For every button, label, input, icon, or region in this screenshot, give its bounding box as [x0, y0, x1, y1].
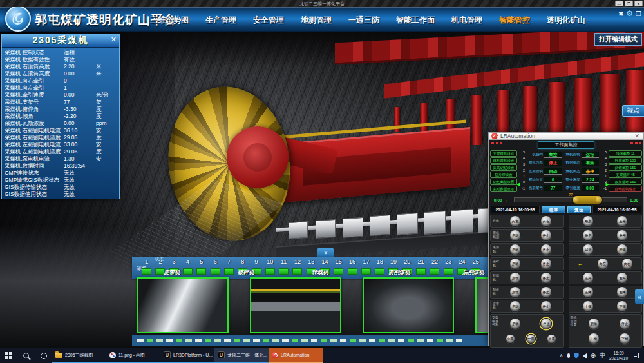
right-collapse-tab[interactable]: «	[635, 289, 644, 304]
round-button-停止[interactable]: 停止	[540, 230, 552, 241]
slider-track[interactable]: 77	[514, 197, 628, 202]
lr-preset-right-0[interactable]: 顶滚截割 11	[609, 150, 642, 157]
round-button-停止[interactable]: 停止	[540, 258, 552, 270]
round-button-启动[interactable]: 启动	[509, 286, 521, 298]
nav-item-8[interactable]: 透明化矿山	[547, 15, 585, 26]
round-button-启动[interactable]: 启动	[509, 318, 521, 329]
taskbar-item-1[interactable]: 11.png - 画图	[106, 348, 160, 363]
lr-close-icon[interactable]: ✕	[633, 133, 641, 139]
lr-preset-right-5[interactable]: 自动控制停止	[609, 186, 642, 192]
edit-mode-button[interactable]: 打开编辑模式	[594, 33, 642, 46]
settings-gear-icon[interactable]: ⚙	[626, 9, 633, 18]
round-button-停止[interactable]: 停止	[540, 244, 552, 255]
nav-item-0[interactable]: 三维态势图	[150, 15, 189, 26]
tick-mark	[205, 339, 211, 342]
round-button-向左[interactable]: 向左	[509, 215, 521, 227]
round-button-停止[interactable]: 停止	[540, 300, 552, 312]
round-button-中流[interactable]: 中流	[526, 334, 536, 344]
nav-item-3[interactable]: 地测管理	[301, 15, 332, 26]
microphone-icon[interactable]	[567, 353, 570, 358]
network-globe-icon[interactable]: ⊕	[591, 353, 596, 359]
row-value: 无效	[64, 184, 96, 191]
strip-collapse-tab[interactable]: «	[317, 248, 334, 257]
window-close-button[interactable]: ✕	[634, 1, 643, 6]
round-button-下摆[interactable]: 下摆	[616, 300, 628, 312]
round-button-上摆[interactable]: 上摆	[582, 300, 594, 312]
speaker-icon[interactable]	[583, 353, 587, 358]
taskbar-item-2[interactable]: ULR3DPlatform - U...	[160, 348, 214, 363]
hidden-icons-chevron-icon[interactable]: ∧	[560, 353, 564, 358]
round-button-右降[interactable]: 右降	[616, 286, 628, 298]
lr-preset-left-3[interactable]: 防片帮设置	[490, 172, 517, 178]
viewpoint-tab[interactable]: 视点	[622, 105, 644, 117]
round-button-启动[interactable]: 启动	[509, 230, 521, 241]
taskbar-item-4[interactable]: LRAutomation	[269, 348, 323, 363]
round-button-停止[interactable]: 停止	[540, 318, 552, 329]
lr-preset-left-5[interactable]: 实时数据显示	[490, 186, 517, 192]
search-button[interactable]	[17, 348, 35, 363]
estop-button[interactable]: 急停	[542, 206, 565, 213]
round-button-左降[interactable]: 左降	[582, 286, 594, 298]
nav-item-4[interactable]: 一通三防	[348, 15, 379, 26]
taskbar-item-3[interactable]: U龙软二三维一体化...	[214, 348, 269, 363]
round-button-下移[interactable]: 下移	[619, 333, 630, 344]
reset-button[interactable]: 复位	[567, 206, 591, 213]
fit-window-icon[interactable]: ❐	[636, 10, 641, 17]
lr-preset-right-2[interactable]: 斜切截割 151	[609, 164, 642, 171]
wrench-icon[interactable]: ✖	[618, 10, 623, 17]
notification-center-icon[interactable]	[632, 353, 639, 358]
round-button-闭锁[interactable]: 闭锁	[616, 244, 628, 255]
lr-preset-left-1[interactable]: 煤机跟机设置	[490, 157, 517, 164]
row-value: 0	[64, 77, 96, 84]
round-button-上移[interactable]: 上移	[588, 333, 600, 344]
round-button-右升[interactable]: 右升	[616, 272, 628, 284]
round-button-停止[interactable]: 停止	[540, 272, 552, 284]
round-button-停止[interactable]: 停止	[540, 286, 552, 298]
lr-preset-left-2[interactable]: 采高记忆设置	[490, 164, 517, 171]
machine-panel-close-icon[interactable]: ✕	[111, 36, 117, 43]
round-button-向右[interactable]: 向右	[540, 215, 552, 227]
round-button-向右[interactable]: 向右	[621, 258, 633, 270]
nav-item-5[interactable]: 智能工作面	[396, 15, 435, 26]
round-button-急启[interactable]: 急启	[582, 230, 594, 241]
round-button-启动[interactable]: 启动	[509, 272, 521, 284]
nav-item-1[interactable]: 生产管理	[205, 15, 236, 26]
round-button-试运[interactable]: 试运	[582, 244, 594, 255]
control-row-label: 采煤机	[493, 246, 500, 253]
round-button-向左[interactable]: 向左	[597, 258, 609, 270]
round-button-启动[interactable]: 启动	[588, 318, 600, 329]
round-button-总停[interactable]: 总停	[616, 215, 628, 227]
round-button-停止[interactable]: 停止	[619, 318, 630, 329]
round-button-大流[interactable]: 大流	[547, 334, 556, 344]
taskbar-item-0[interactable]: 2305三维截图	[52, 348, 106, 363]
window-minimize-button[interactable]: —	[615, 1, 623, 6]
control-row-buttons: 上摆下摆	[571, 300, 640, 312]
camera-thumbnail-2[interactable]	[250, 277, 341, 333]
lrautomation-window: LRAutomation ✕ 工作面集控 支架跟机设置煤机跟机设置采高记忆设置防…	[488, 132, 644, 346]
lr-preset-right-3[interactable]: 支架循环 45	[609, 172, 642, 178]
window-maximize-button[interactable]: ❐	[625, 1, 633, 6]
nav-item-7[interactable]: 智能管控	[499, 15, 530, 26]
lr-preset-left-4[interactable]: 记忆截割设置	[490, 179, 517, 185]
camera-thumbnail-3[interactable]	[363, 277, 454, 333]
nav-item-2[interactable]: 安全管理	[253, 15, 284, 26]
shearer-position-icon[interactable]	[573, 196, 602, 204]
taskbar-clock[interactable]: 16:39 2021/4/10	[609, 351, 628, 361]
round-button-急停[interactable]: 急停	[616, 230, 628, 241]
lr-preset-left-0[interactable]: 支架跟机设置	[490, 150, 517, 157]
task-view-button[interactable]	[35, 348, 52, 363]
round-button-小流[interactable]: 小流	[506, 334, 515, 344]
round-button-顺启[interactable]: 顺启	[582, 215, 594, 227]
lr-preset-right-4[interactable]: 跟架循环 151	[609, 179, 642, 185]
round-button-左升[interactable]: 左升	[582, 272, 594, 284]
security-shield-icon[interactable]	[574, 353, 579, 358]
lr-preset-right-1[interactable]: 卧底截割 100	[609, 157, 642, 164]
round-button-启动[interactable]: 启动	[509, 244, 521, 255]
round-button-启动[interactable]: 启动	[509, 258, 521, 270]
support-number: 19	[386, 258, 400, 266]
ime-indicator[interactable]: 中	[600, 351, 605, 360]
nav-item-6[interactable]: 机电管理	[451, 15, 482, 26]
start-button[interactable]	[0, 348, 17, 363]
camera-thumbnail-1[interactable]	[137, 277, 229, 333]
round-button-启动[interactable]: 启动	[509, 300, 521, 312]
